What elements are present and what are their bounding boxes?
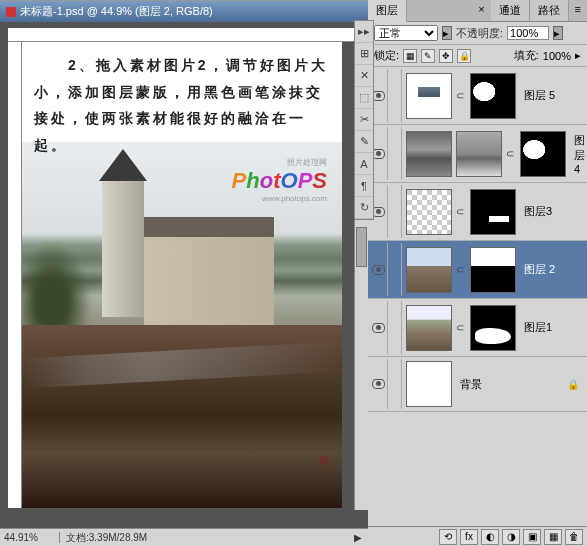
blend-arrow-icon[interactable]: ▸ bbox=[442, 26, 452, 40]
doc-icon bbox=[6, 7, 16, 17]
delete-layer-button[interactable]: 🗑 bbox=[565, 529, 583, 545]
tool-arrow-icon[interactable]: ▸▸ bbox=[355, 21, 373, 43]
tool-scissors-icon[interactable]: ✂ bbox=[355, 109, 373, 131]
opacity-label: 不透明度: bbox=[456, 26, 503, 41]
canvas[interactable]: 2、拖入素材图片2，调节好图片大小，添加图层蒙版，用黑色画笔涂抹交接处，使两张素… bbox=[22, 42, 342, 508]
lock-label: 锁定: bbox=[374, 48, 399, 63]
tool-clone-icon[interactable]: ⬚ bbox=[355, 87, 373, 109]
document-title: 未标题-1.psd @ 44.9% (图层 2, RGB/8) bbox=[20, 4, 213, 19]
layer-thumbnail[interactable] bbox=[456, 131, 502, 177]
tab-channels[interactable]: 通道 bbox=[491, 0, 530, 21]
layer-thumbnail[interactable] bbox=[406, 131, 452, 177]
visibility-eye-icon[interactable] bbox=[372, 265, 385, 275]
tab-close-icon[interactable]: × bbox=[472, 0, 490, 21]
mask-link-icon[interactable]: ⊂ bbox=[456, 90, 466, 101]
layer-mask-thumbnail[interactable] bbox=[470, 73, 516, 119]
layer-fx-button[interactable]: fx bbox=[460, 529, 478, 545]
adjustment-layer-button[interactable]: ◑ bbox=[502, 529, 520, 545]
watermark: 照片处理网 PhotOPS www.photops.com bbox=[232, 157, 327, 203]
blend-mode-select[interactable]: 正常 bbox=[374, 25, 438, 41]
blend-mode-row: 正常 ▸ 不透明度: 100% ▸ bbox=[368, 22, 587, 45]
lock-all-icon[interactable]: 🔒 bbox=[457, 49, 471, 63]
layer-thumbnail[interactable] bbox=[406, 361, 452, 407]
layer-group-button[interactable]: ▣ bbox=[523, 529, 541, 545]
layer-thumbnail[interactable] bbox=[406, 247, 452, 293]
layer-name-label[interactable]: 图层3 bbox=[520, 204, 585, 219]
ruler-vertical[interactable] bbox=[8, 42, 22, 508]
layer-mask-button[interactable]: ◐ bbox=[481, 529, 499, 545]
mask-link-icon[interactable]: ⊂ bbox=[456, 322, 466, 333]
fill-slider-icon[interactable]: ▸ bbox=[575, 49, 581, 62]
tool-paragraph-icon[interactable]: ¶ bbox=[355, 175, 373, 197]
layer-name-label[interactable]: 图层 5 bbox=[520, 88, 585, 103]
layer-name-label[interactable]: 背景 bbox=[456, 377, 567, 392]
tab-paths[interactable]: 路径 bbox=[530, 0, 569, 21]
layer-mask-thumbnail[interactable] bbox=[520, 131, 566, 177]
link-column[interactable] bbox=[388, 359, 402, 409]
fill-value[interactable]: 100% bbox=[543, 50, 571, 62]
link-column[interactable] bbox=[388, 185, 402, 238]
layer-row[interactable]: ⊂ 图层4 bbox=[368, 125, 587, 183]
link-column[interactable] bbox=[388, 127, 402, 180]
link-column[interactable] bbox=[388, 243, 402, 296]
new-layer-button[interactable]: ▦ bbox=[544, 529, 562, 545]
watermark-label: 照片处理网 bbox=[232, 157, 327, 168]
lock-position-icon[interactable]: ✥ bbox=[439, 49, 453, 63]
mask-link-icon[interactable]: ⊂ bbox=[506, 148, 516, 159]
layer-mask-thumbnail[interactable] bbox=[470, 305, 516, 351]
layers-bottom-bar: ⟲ fx ◐ ◑ ▣ ▦ 🗑 bbox=[368, 526, 587, 546]
layer-thumbnail[interactable] bbox=[406, 305, 452, 351]
link-layers-button[interactable]: ⟲ bbox=[439, 529, 457, 545]
layer-thumbnail[interactable] bbox=[406, 189, 452, 235]
scrollbar-handle[interactable] bbox=[356, 227, 367, 267]
zoom-level[interactable]: 44.91% bbox=[0, 532, 60, 543]
doc-size-info: 文档:3.39M/28.9M bbox=[60, 531, 348, 545]
layers-list: ⊂ 图层 5 ⊂ 图层4 ⊂ 图层3 ⊂ 图层 2 ⊂ 图层1 背景 🔒 bbox=[368, 67, 587, 526]
layer-row[interactable]: ⊂ 图层 5 bbox=[368, 67, 587, 125]
mask-link-icon[interactable]: ⊂ bbox=[456, 264, 466, 275]
tool-wand-icon[interactable]: ✕ bbox=[355, 65, 373, 87]
visibility-eye-icon[interactable] bbox=[372, 323, 385, 333]
layer-row[interactable]: ⊂ 图层1 bbox=[368, 299, 587, 357]
layer-mask-thumbnail[interactable] bbox=[470, 247, 516, 293]
mask-link-icon[interactable]: ⊂ bbox=[456, 206, 466, 217]
layer-name-label[interactable]: 图层4 bbox=[570, 133, 585, 175]
signature-stamp: 飛 bbox=[300, 448, 330, 498]
lock-transparency-icon[interactable]: ▦ bbox=[403, 49, 417, 63]
layer-mask-thumbnail[interactable] bbox=[470, 189, 516, 235]
lock-row: 锁定: ▦ ✎ ✥ 🔒 填充: 100% ▸ bbox=[368, 45, 587, 67]
photops-logo: PhotOPS bbox=[232, 168, 327, 194]
link-column[interactable] bbox=[388, 301, 402, 354]
opacity-value[interactable]: 100% bbox=[507, 26, 549, 40]
link-column[interactable] bbox=[388, 69, 402, 122]
layer-name-label[interactable]: 图层 2 bbox=[520, 262, 585, 277]
layer-name-label[interactable]: 图层1 bbox=[520, 320, 585, 335]
tool-eyedropper-icon[interactable]: ✎ bbox=[355, 131, 373, 153]
document-title-bar: 未标题-1.psd @ 44.9% (图层 2, RGB/8) bbox=[0, 0, 368, 22]
lock-pixels-icon[interactable]: ✎ bbox=[421, 49, 435, 63]
tool-type-icon[interactable]: A bbox=[355, 153, 373, 175]
layer-row[interactable]: 背景 🔒 bbox=[368, 357, 587, 412]
layer-row[interactable]: ⊂ 图层 2 bbox=[368, 241, 587, 299]
layer-thumbnail[interactable] bbox=[406, 73, 452, 119]
panel-menu-icon[interactable]: ≡ bbox=[569, 0, 587, 21]
opacity-slider-icon[interactable]: ▸ bbox=[553, 26, 563, 40]
layers-panel: 图层 × 通道 路径 ≡ 正常 ▸ 不透明度: 100% ▸ 锁定: ▦ ✎ ✥… bbox=[368, 0, 587, 546]
vertical-toolbar: ▸▸ ⊞ ✕ ⬚ ✂ ✎ A ¶ ↻ bbox=[354, 20, 374, 220]
status-bar: 44.91% 文档:3.39M/28.9M ▶ bbox=[0, 528, 368, 546]
watermark-url: www.photops.com bbox=[232, 194, 327, 203]
fill-label: 填充: bbox=[514, 48, 539, 63]
lock-badge-icon: 🔒 bbox=[567, 379, 579, 390]
tool-hash-icon[interactable]: ⊞ bbox=[355, 43, 373, 65]
tutorial-text: 2、拖入素材图片2，调节好图片大小，添加图层蒙版，用黑色画笔涂抹交接处，使两张素… bbox=[34, 52, 330, 158]
ruler-horizontal[interactable] bbox=[8, 28, 354, 42]
tab-layers[interactable]: 图层 bbox=[368, 0, 407, 22]
panel-tabs: 图层 × 通道 路径 ≡ bbox=[368, 0, 587, 22]
status-play-icon[interactable]: ▶ bbox=[348, 532, 368, 543]
visibility-eye-icon[interactable] bbox=[372, 379, 385, 389]
layer-row[interactable]: ⊂ 图层3 bbox=[368, 183, 587, 241]
tool-refresh-icon[interactable]: ↻ bbox=[355, 197, 373, 219]
